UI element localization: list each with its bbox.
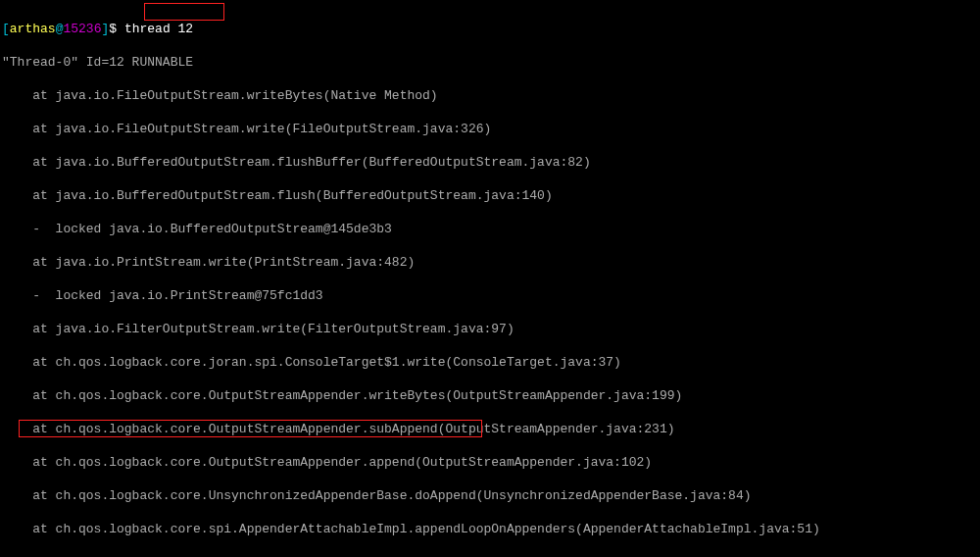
stack-line: at java.io.PrintStream.write(PrintStream… [2,254,978,271]
stack-line: at ch.qos.logback.core.OutputStreamAppen… [2,421,978,437]
stack-line: at java.io.FilterOutputStream.write(Filt… [2,321,978,337]
stack-line: at java.io.FileOutputStream.writeBytes(N… [2,87,978,104]
prompt-line-1: [arthas@15236]$ thread 12 [2,21,978,37]
highlight-box-command [144,3,224,21]
stack-line: at ch.qos.logback.core.OutputStreamAppen… [2,454,978,471]
stack-line: at java.io.BufferedOutputStream.flush(Bu… [2,187,978,204]
stack-line: at ch.qos.logback.core.OutputStreamAppen… [2,387,978,404]
stack-line: at java.io.FileOutputStream.write(FileOu… [2,121,978,137]
stack-line: at java.io.BufferedOutputStream.flushBuf… [2,154,978,171]
stack-line: at ch.qos.logback.core.joran.spi.Console… [2,354,978,371]
prompt-pid: 15236 [63,22,101,36]
terminal-output[interactable]: [arthas@15236]$ thread 12 "Thread-0" Id=… [0,0,980,557]
prompt-user: arthas [10,22,56,36]
prompt-open: [ [2,22,10,36]
stack-line: - locked java.io.BufferedOutputStream@14… [2,221,978,237]
prompt-dollar: $ [109,22,117,36]
thread-header: "Thread-0" Id=12 RUNNABLE [2,54,978,71]
stack-line: at ch.qos.logback.core.spi.AppenderAttac… [2,521,978,537]
stack-line: - locked java.io.PrintStream@75fc1dd3 [2,287,978,304]
stack-line: at ch.qos.logback.core.UnsynchronizedApp… [2,487,978,504]
command-text: thread 12 [117,22,193,36]
